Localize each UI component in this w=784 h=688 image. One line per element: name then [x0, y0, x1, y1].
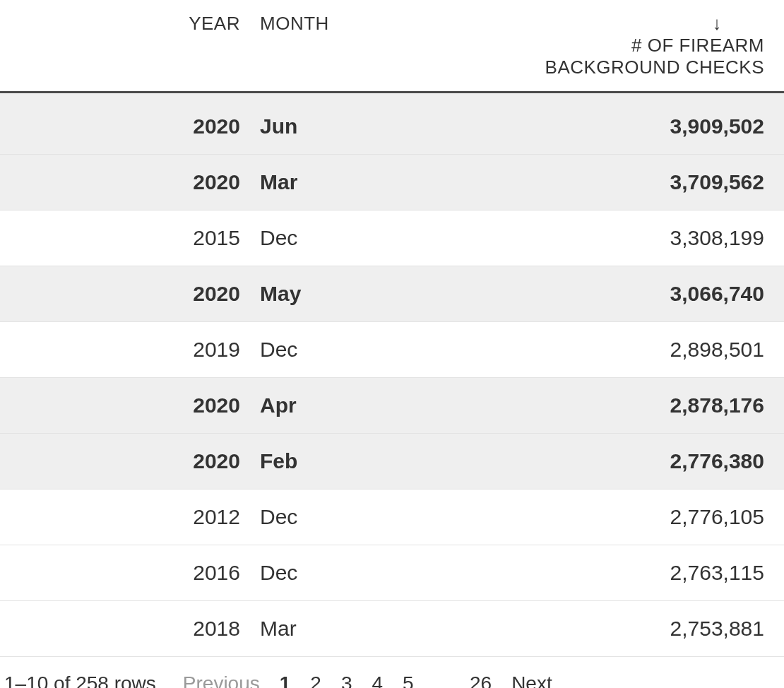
pagination-page-2[interactable]: 2: [310, 672, 321, 688]
pagination-page-1[interactable]: 1: [280, 672, 291, 688]
col-header-count-line2: BACKGROUND CHECKS: [516, 57, 764, 78]
cell-month: Mar: [254, 601, 509, 657]
col-header-count-line1: # OF FIREARM: [516, 35, 764, 57]
cell-year: 2020: [0, 434, 254, 490]
pagination-next[interactable]: Next: [511, 672, 552, 688]
cell-month: Jun: [254, 93, 509, 155]
cell-month: Mar: [254, 155, 509, 210]
cell-month: Dec: [254, 322, 509, 378]
cell-count: 2,898,501: [509, 322, 784, 378]
cell-year: 2020: [0, 378, 254, 434]
table-header-row: YEAR MONTH ↓# OF FIREARM BACKGROUND CHEC…: [0, 0, 784, 93]
col-header-count[interactable]: ↓# OF FIREARM BACKGROUND CHECKS: [509, 0, 784, 93]
cell-count: 3,066,740: [509, 266, 784, 322]
cell-month: Dec: [254, 490, 509, 545]
cell-year: 2020: [0, 93, 254, 155]
table-row: 2020Feb2,776,380: [0, 434, 784, 490]
cell-month: Dec: [254, 210, 509, 266]
cell-year: 2020: [0, 155, 254, 210]
table-row: 2016Dec2,763,115: [0, 545, 784, 601]
cell-count: 2,753,881: [509, 601, 784, 657]
cell-count: 2,878,176: [509, 378, 784, 434]
table-row: 2018Mar2,753,881: [0, 601, 784, 657]
cell-month: Feb: [254, 434, 509, 490]
pagination-summary: 1–10 of 258 rows: [4, 672, 156, 688]
cell-month: Dec: [254, 545, 509, 601]
cell-year: 2020: [0, 266, 254, 322]
table-row: 2012Dec2,776,105: [0, 490, 784, 545]
pagination-page-5[interactable]: 5: [403, 672, 414, 688]
table-row: 2020May3,066,740: [0, 266, 784, 322]
cell-year: 2019: [0, 322, 254, 378]
col-header-year[interactable]: YEAR: [0, 0, 254, 93]
pagination-page-4[interactable]: 4: [372, 672, 383, 688]
cell-year: 2015: [0, 210, 254, 266]
cell-count: 2,763,115: [509, 545, 784, 601]
cell-month: Apr: [254, 378, 509, 434]
data-table: YEAR MONTH ↓# OF FIREARM BACKGROUND CHEC…: [0, 0, 784, 657]
table-row: 2020Mar3,709,562: [0, 155, 784, 210]
pagination-last-page[interactable]: 26: [470, 672, 492, 688]
table-row: 2019Dec2,898,501: [0, 322, 784, 378]
cell-count: 3,909,502: [509, 93, 784, 155]
cell-count: 2,776,105: [509, 490, 784, 545]
pagination-page-3[interactable]: 3: [341, 672, 352, 688]
sort-descending-icon: ↓: [713, 13, 723, 35]
pagination-previous[interactable]: Previous: [183, 672, 260, 688]
cell-count: 3,709,562: [509, 155, 784, 210]
table-row: 2020Apr2,878,176: [0, 378, 784, 434]
table-body: 2020Jun3,909,5022020Mar3,709,5622015Dec3…: [0, 93, 784, 657]
table-row: 2015Dec3,308,199: [0, 210, 784, 266]
cell-year: 2012: [0, 490, 254, 545]
pagination-bar: 1–10 of 258 rows Previous 12345 ... 26 N…: [0, 657, 784, 688]
cell-year: 2016: [0, 545, 254, 601]
cell-count: 3,308,199: [509, 210, 784, 266]
data-table-container: YEAR MONTH ↓# OF FIREARM BACKGROUND CHEC…: [0, 0, 784, 688]
cell-count: 2,776,380: [509, 434, 784, 490]
pagination-ellipsis: ...: [434, 672, 450, 688]
cell-year: 2018: [0, 601, 254, 657]
table-row: 2020Jun3,909,502: [0, 93, 784, 155]
cell-month: May: [254, 266, 509, 322]
col-header-month[interactable]: MONTH: [254, 0, 509, 93]
